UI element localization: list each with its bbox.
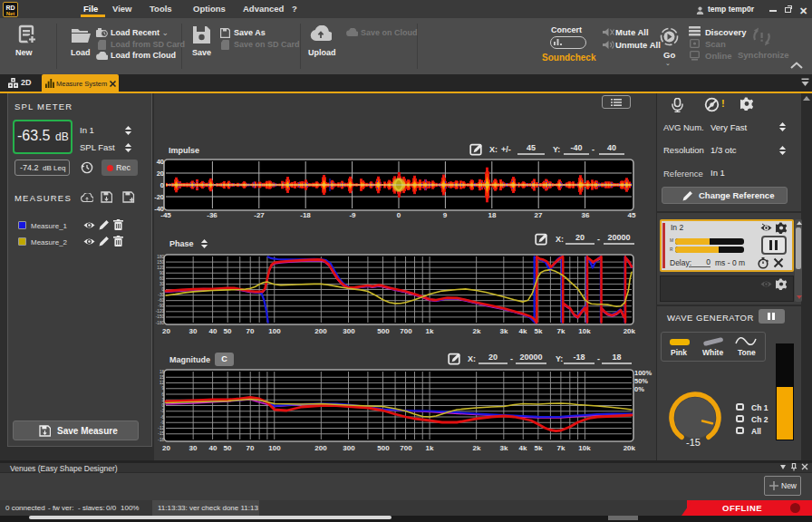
svg-text:7k: 7k (557, 444, 566, 452)
svg-text:70: 70 (246, 327, 255, 335)
svg-text:20: 20 (157, 169, 164, 178)
svg-text:0%: 0% (634, 385, 644, 393)
svg-text:6: 6 (161, 392, 164, 397)
svg-text:4k: 4k (519, 327, 527, 335)
svg-text:10k: 10k (578, 327, 591, 335)
svg-text:50%: 50% (634, 377, 648, 385)
svg-text:0: 0 (161, 287, 164, 292)
svg-text:200: 200 (314, 327, 327, 335)
svg-text:-40: -40 (154, 205, 164, 213)
svg-text:-180: -180 (156, 321, 165, 325)
svg-text:40: 40 (209, 327, 218, 335)
svg-text:20k: 20k (624, 444, 636, 452)
svg-text:50: 50 (224, 327, 232, 335)
svg-text:40: 40 (157, 158, 164, 166)
svg-text:30: 30 (160, 282, 165, 286)
svg-text:-30: -30 (158, 293, 164, 297)
svg-text:1k: 1k (426, 444, 434, 452)
svg-text:2k: 2k (473, 444, 481, 452)
svg-text:150: 150 (157, 260, 164, 265)
svg-text:45: 45 (628, 211, 636, 219)
svg-text:9: 9 (161, 386, 164, 391)
svg-text:120: 120 (157, 266, 164, 270)
svg-text:300: 300 (343, 444, 355, 452)
svg-text:27: 27 (535, 211, 543, 219)
svg-text:7k: 7k (557, 327, 566, 335)
svg-text:20: 20 (162, 327, 170, 335)
svg-text:100%: 100% (634, 369, 652, 377)
svg-text:12: 12 (160, 381, 165, 385)
svg-text:18: 18 (488, 211, 497, 219)
svg-text:18: 18 (160, 370, 165, 374)
svg-text:15: 15 (160, 375, 165, 380)
svg-text:70: 70 (246, 444, 255, 452)
svg-text:10k: 10k (578, 444, 591, 452)
svg-text:-36: -36 (207, 211, 218, 219)
svg-text:60: 60 (160, 276, 165, 281)
svg-text:-120: -120 (156, 309, 165, 314)
svg-text:40: 40 (209, 444, 218, 452)
svg-text:3k: 3k (500, 327, 508, 335)
svg-text:-27: -27 (254, 211, 265, 219)
svg-text:5k: 5k (535, 327, 543, 335)
svg-text:30: 30 (189, 444, 198, 452)
svg-text:20: 20 (162, 444, 170, 452)
svg-text:0: 0 (160, 181, 164, 189)
svg-text:500: 500 (377, 444, 390, 452)
svg-text:0: 0 (397, 211, 401, 219)
svg-text:2k: 2k (473, 327, 481, 335)
svg-text:3k: 3k (500, 444, 508, 452)
svg-text:-150: -150 (156, 314, 165, 319)
svg-text:1k: 1k (426, 327, 434, 335)
svg-text:-20: -20 (154, 193, 164, 201)
svg-text:-15: -15 (158, 431, 164, 436)
svg-text:20k: 20k (624, 327, 636, 335)
svg-text:-18: -18 (300, 211, 311, 219)
svg-text:-3: -3 (160, 409, 165, 413)
svg-text:3: 3 (161, 398, 164, 402)
svg-text:100: 100 (268, 444, 281, 452)
svg-text:-90: -90 (158, 304, 164, 308)
svg-text:36: 36 (582, 211, 590, 219)
svg-text:200: 200 (314, 444, 327, 452)
svg-text:100: 100 (268, 327, 281, 335)
svg-text:500: 500 (377, 327, 390, 335)
svg-text:5k: 5k (535, 444, 543, 452)
svg-text:-9: -9 (160, 420, 165, 425)
svg-text:700: 700 (400, 327, 412, 335)
svg-text:30: 30 (189, 327, 198, 335)
svg-text:-18: -18 (158, 438, 164, 442)
svg-text:4k: 4k (519, 444, 527, 452)
svg-text:-60: -60 (158, 298, 164, 303)
svg-text:300: 300 (343, 327, 355, 335)
svg-text:50: 50 (224, 444, 232, 452)
svg-text:90: 90 (160, 271, 165, 276)
svg-text:9: 9 (443, 211, 448, 219)
svg-text:180: 180 (157, 255, 164, 259)
svg-text:0: 0 (161, 403, 164, 408)
svg-text:-6: -6 (160, 415, 165, 420)
svg-text:-12: -12 (158, 426, 164, 430)
svg-text:700: 700 (400, 444, 412, 452)
svg-text:-9: -9 (349, 211, 356, 219)
